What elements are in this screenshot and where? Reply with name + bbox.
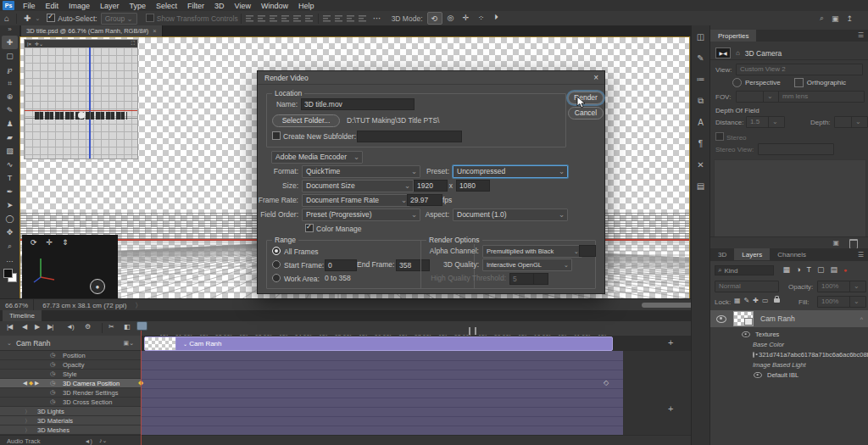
more-tools-icon[interactable]: … bbox=[2, 253, 18, 266]
perspective-label[interactable]: Perspective bbox=[745, 79, 781, 86]
character-panel-icon[interactable]: A bbox=[698, 118, 704, 127]
layer-child-row[interactable]: Base Color bbox=[710, 339, 868, 349]
frame-rate-dropdown[interactable]: Document Frame Rate⌄ bbox=[302, 194, 410, 207]
start-frame-radio[interactable]: Start Frame: bbox=[272, 260, 324, 270]
zoom-tool[interactable]: ⌕ bbox=[2, 239, 18, 253]
status-chevron-icon[interactable]: 〉 bbox=[135, 301, 142, 310]
layer-child-row[interactable]: 321d741a7abc6178a71bc6a6ac6bc08b bbox=[710, 349, 868, 359]
name-input[interactable]: 3D title.mov bbox=[301, 98, 415, 110]
all-frames-radio[interactable]: All Frames bbox=[272, 247, 319, 256]
search-icon[interactable]: ⌕ bbox=[820, 14, 824, 23]
layer-child-row[interactable]: Default IBL bbox=[710, 370, 868, 380]
distribute-3-icon[interactable] bbox=[347, 14, 354, 22]
color-manage-checkbox[interactable]: Color Manage bbox=[305, 224, 361, 233]
fov-stepper[interactable]: ⌄ bbox=[763, 91, 780, 103]
tab-channels[interactable]: Channels bbox=[770, 248, 814, 260]
zoom-level-field[interactable]: 66.67% bbox=[0, 299, 34, 311]
align-bottom-icon[interactable] bbox=[305, 14, 313, 22]
move-tool[interactable]: ✚ bbox=[2, 36, 18, 49]
play-button[interactable]: ▶ bbox=[35, 323, 39, 331]
work-area-end-marker[interactable] bbox=[469, 327, 476, 335]
clip-caret-icon[interactable]: ⌄ bbox=[183, 342, 187, 347]
previous-frame-button[interactable]: ◀ bbox=[22, 323, 26, 331]
fps-input[interactable]: 29.97 bbox=[407, 194, 442, 206]
lock-transparency-icon[interactable]: ▦ bbox=[734, 297, 741, 304]
track-lanes[interactable]: ◆◇ bbox=[141, 351, 623, 435]
size-dropdown[interactable]: Document Size⌄ bbox=[302, 180, 414, 192]
format-dropdown[interactable]: QuickTime⌄ bbox=[302, 165, 420, 178]
group-dropdown[interactable]: Group ⌄ bbox=[101, 13, 137, 25]
expand-icon[interactable]: ⛶ bbox=[131, 41, 135, 47]
lock-artboard-icon[interactable]: ▭ bbox=[762, 297, 769, 304]
eye-icon[interactable] bbox=[742, 331, 750, 337]
track-header-3d-lights[interactable]: 〉3D Lights bbox=[0, 407, 141, 416]
swap-view-icon[interactable]: ✛⌄ bbox=[35, 41, 43, 47]
align-middle-icon[interactable] bbox=[293, 14, 301, 22]
home-icon[interactable]: ⌂ bbox=[0, 14, 14, 23]
tool-presets-panel-icon[interactable]: ✕ bbox=[697, 160, 704, 170]
filter-pixel-icon[interactable]: ▦ bbox=[783, 265, 791, 274]
distance-stepper[interactable]: ⌄ bbox=[768, 116, 785, 128]
eye-icon[interactable] bbox=[753, 351, 754, 357]
lock-all-icon[interactable] bbox=[774, 298, 780, 303]
height-input[interactable]: 1080 bbox=[456, 180, 490, 192]
start-frame-input[interactable]: 0 bbox=[325, 259, 357, 271]
move-tool-icon[interactable]: ✚ bbox=[19, 14, 35, 23]
close-icon[interactable]: |× bbox=[27, 42, 31, 47]
pan-3d-icon[interactable]: ✛ bbox=[459, 12, 473, 23]
track-header-3d-camera-position[interactable]: ◷◀◆▶3D Camera Position bbox=[0, 379, 141, 388]
track-header-position[interactable]: ◷Position bbox=[0, 351, 141, 360]
width-input[interactable]: 1920 bbox=[414, 180, 448, 192]
layer-child-row[interactable]: Image Based Light bbox=[710, 359, 868, 370]
document-tab[interactable]: 3D title.psd @ 66.7% (Cam Ranh, RGB/8#) … bbox=[21, 25, 163, 36]
panel-menu-icon[interactable]: ☰ bbox=[858, 251, 864, 259]
dialog-titlebar[interactable]: Render Video × bbox=[258, 71, 604, 85]
smudge-tool[interactable]: ∿ bbox=[2, 158, 18, 171]
layer-filter-search[interactable]: ⌕ Kind bbox=[715, 265, 774, 275]
subfolder-checkbox[interactable]: Create New Subfolder: bbox=[272, 131, 356, 141]
track-header-3d-materials[interactable]: 〉3D Materials bbox=[0, 416, 141, 426]
eye-icon[interactable] bbox=[716, 315, 726, 323]
hand-tool[interactable]: ✥ bbox=[2, 225, 18, 239]
close-icon[interactable]: × bbox=[153, 27, 156, 35]
share-icon[interactable]: ↥ bbox=[846, 14, 853, 23]
lens-dropdown[interactable]: mm lens bbox=[778, 91, 865, 103]
orbit-camera-icon[interactable]: ⟳ bbox=[31, 238, 37, 247]
menu-view[interactable]: View bbox=[230, 2, 256, 10]
foreground-color-swatch[interactable] bbox=[3, 269, 13, 278]
subfolder-input[interactable] bbox=[357, 131, 462, 142]
work-area-radio[interactable]: Work Area: bbox=[272, 274, 320, 283]
next-keyframe-icon[interactable]: ▶ bbox=[35, 380, 41, 386]
expand-icon[interactable]: 〉 bbox=[25, 408, 31, 416]
align-top-icon[interactable] bbox=[281, 14, 289, 22]
blend-mode-dropdown[interactable]: Normal bbox=[715, 281, 779, 292]
encoder-dropdown[interactable]: Adobe Media Encoder⌄ bbox=[271, 151, 363, 164]
healing-brush-tool[interactable]: ⊕ bbox=[2, 90, 18, 103]
preset-dropdown[interactable]: Uncompressed⌄ bbox=[453, 165, 568, 178]
stopwatch-icon[interactable]: ◷ bbox=[50, 370, 55, 377]
collapse-icon[interactable]: » bbox=[8, 25, 11, 36]
tab-3d[interactable]: 3D bbox=[710, 248, 734, 260]
distribute-1-icon[interactable] bbox=[323, 14, 331, 22]
tab-timeline[interactable]: Timeline bbox=[3, 310, 42, 321]
orbit-3d-icon[interactable]: ⟲ bbox=[427, 12, 442, 25]
marquee-tool[interactable]: ▢ bbox=[2, 49, 18, 63]
stopwatch-icon[interactable]: ◷ bbox=[50, 361, 55, 368]
path-select-tool[interactable]: ➤ bbox=[2, 198, 18, 212]
more-options-icon[interactable]: ⋯ bbox=[369, 14, 387, 23]
select-folder-button[interactable]: Select Folder... bbox=[272, 114, 340, 127]
next-frame-button[interactable]: ▶| bbox=[47, 323, 53, 331]
shape-tool[interactable]: ◯ bbox=[2, 212, 18, 225]
color-swatches[interactable] bbox=[3, 269, 17, 282]
tab-properties[interactable]: Properties bbox=[710, 30, 756, 42]
histogram-panel-icon[interactable]: ◫ bbox=[697, 32, 704, 42]
slide-3d-icon[interactable]: ⁘ bbox=[475, 12, 488, 23]
menu-type[interactable]: Type bbox=[125, 2, 152, 10]
track-header-3d-meshes[interactable]: 〉3D Meshes bbox=[0, 426, 141, 435]
add-track-button[interactable]: + bbox=[668, 403, 673, 414]
orthographic-label[interactable]: Orthographic bbox=[807, 79, 846, 86]
stopwatch-icon[interactable]: ◷ bbox=[50, 352, 55, 359]
audio-track-row[interactable]: Audio Track ◄) ♪⌄ bbox=[0, 435, 710, 445]
libraries-panel-icon[interactable]: ▤ bbox=[697, 181, 704, 191]
panel-menu-icon[interactable]: ☰ bbox=[858, 31, 864, 39]
